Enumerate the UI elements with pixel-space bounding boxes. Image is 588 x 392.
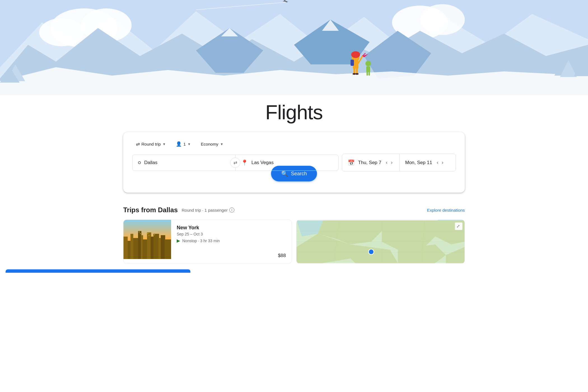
page-title: Flights: [0, 101, 588, 124]
svg-rect-49: [165, 239, 171, 259]
svg-rect-33: [366, 66, 370, 72]
svg-text:⤢: ⤢: [456, 224, 460, 228]
search-options-row: ⇄ Round trip ▼ 👤 1 ▼ Economy ▼: [132, 139, 456, 149]
search-fields-row: ⇄ 📍 📅 Thu, Sep 7 ‹ › Mon,: [132, 154, 456, 171]
search-box: ⇄ Round trip ▼ 👤 1 ▼ Economy ▼: [123, 132, 465, 193]
hero-banner: [0, 0, 588, 95]
destination-field[interactable]: 📍: [235, 155, 338, 171]
passengers-button[interactable]: 👤 1 ▼: [172, 139, 195, 149]
return-date: Mon, Sep 11: [405, 160, 432, 165]
trips-section: Trips from Dallas Round trip · 1 passeng…: [118, 206, 470, 264]
trip-image-new-york: [123, 220, 171, 259]
page-title-section: Flights: [0, 95, 588, 132]
svg-rect-43: [143, 239, 148, 259]
trips-header: Trips from Dallas Round trip · 1 passeng…: [123, 206, 465, 214]
depart-date: Thu, Sep 7: [358, 160, 381, 165]
svg-rect-53: [149, 235, 149, 236]
svg-rect-35: [368, 71, 370, 76]
depart-next-button[interactable]: ›: [390, 158, 394, 167]
return-next-button[interactable]: ›: [440, 158, 444, 167]
trip-info-new-york: New York Sep 25 – Oct 3 ▶ Nonstop · 3 hr…: [171, 220, 291, 263]
return-date-field[interactable]: Mon, Sep 11 ‹ ›: [400, 154, 456, 171]
trip-type-button[interactable]: ⇄ Round trip ▼: [132, 139, 170, 149]
location-fields: ⇄ 📍: [132, 155, 339, 171]
svg-rect-52: [148, 233, 148, 234]
trips-heading: Trips from Dallas: [123, 206, 178, 214]
svg-rect-54: [154, 234, 155, 235]
trip-flight-info: ▶ Nonstop · 3 hr 33 min: [177, 238, 286, 243]
trip-card-new-york[interactable]: New York Sep 25 – Oct 3 ▶ Nonstop · 3 hr…: [123, 220, 292, 264]
info-icon[interactable]: i: [229, 207, 234, 213]
cabin-class-label: Economy: [201, 142, 218, 146]
svg-rect-46: [153, 234, 159, 259]
origin-field[interactable]: [132, 155, 235, 171]
calendar-icon: 📅: [348, 159, 355, 166]
svg-rect-34: [367, 71, 368, 76]
svg-rect-37: [123, 237, 128, 259]
depart-prev-button[interactable]: ‹: [385, 158, 389, 167]
return-prev-button[interactable]: ‹: [435, 158, 439, 167]
swap-icon: ⇄: [234, 160, 237, 165]
depart-date-nav: ‹ ›: [385, 158, 394, 167]
trips-grid: New York Sep 25 – Oct 3 ▶ Nonstop · 3 hr…: [123, 220, 465, 264]
flight-details: Nonstop · 3 hr 33 min: [182, 239, 220, 243]
swap-button[interactable]: ⇄: [230, 158, 240, 168]
chevron-down-icon: ▼: [187, 142, 191, 146]
bottom-bar: [6, 269, 190, 273]
search-icon: 🔍: [281, 170, 288, 177]
depart-date-field[interactable]: 📅 Thu, Sep 7 ‹ ›: [342, 154, 400, 171]
trip-type-icon: ⇄: [136, 141, 140, 147]
explore-destinations-link[interactable]: Explore destinations: [427, 208, 465, 213]
destination-pin-icon: 📍: [241, 159, 248, 166]
chevron-down-icon: ▼: [220, 142, 223, 146]
chevron-down-icon: ▼: [162, 142, 166, 146]
trips-title-group: Trips from Dallas Round trip · 1 passeng…: [123, 206, 234, 214]
return-date-nav: ‹ ›: [435, 158, 444, 167]
origin-dot-icon: [138, 160, 141, 165]
svg-rect-51: [140, 233, 141, 234]
svg-point-71: [368, 249, 374, 255]
svg-rect-50: [139, 232, 139, 232]
trip-dates: Sep 25 – Oct 3: [177, 232, 286, 236]
svg-rect-48: [161, 235, 165, 259]
svg-rect-39: [130, 234, 133, 259]
passenger-count: 1: [183, 142, 186, 146]
trip-price: $88: [177, 253, 286, 258]
trip-city: New York: [177, 225, 286, 231]
destination-input[interactable]: [251, 160, 333, 165]
origin-input[interactable]: [144, 160, 230, 165]
airline-icon: ▶: [177, 238, 180, 243]
svg-point-32: [365, 61, 371, 66]
svg-point-23: [351, 51, 360, 58]
trips-subtitle: Round trip · 1 passenger i: [182, 207, 234, 213]
svg-point-4: [39, 18, 84, 46]
date-fields: 📅 Thu, Sep 7 ‹ › Mon, Sep 11 ‹ ›: [342, 154, 456, 171]
svg-rect-44: [147, 232, 151, 259]
svg-point-29: [355, 73, 359, 75]
person-icon: 👤: [176, 141, 182, 147]
map-image: ⤢: [297, 220, 465, 263]
trip-type-label: Round trip: [141, 142, 161, 146]
svg-rect-24: [351, 60, 354, 66]
map-card[interactable]: ⤢: [296, 220, 465, 264]
svg-point-6: [420, 4, 465, 35]
search-btn-label: Search: [291, 171, 307, 177]
cabin-class-button[interactable]: Economy ▼: [197, 139, 227, 149]
